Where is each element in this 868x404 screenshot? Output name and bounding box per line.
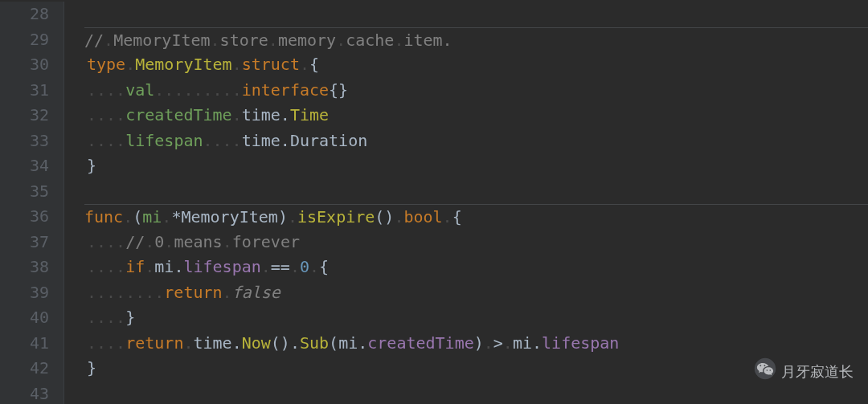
- token-punc: {: [309, 55, 319, 74]
- line-number: 41: [0, 331, 49, 357]
- token-punc: >: [493, 333, 503, 353]
- code-area[interactable]: //.MemoryItem.store.memory.cache.item.ty…: [64, 2, 868, 404]
- token-punc: ==: [271, 257, 290, 276]
- token-ws: ....: [87, 80, 125, 100]
- token-ws: .: [300, 55, 309, 74]
- token-punc: {: [319, 257, 329, 276]
- token-punc: (): [271, 333, 290, 353]
- code-line[interactable]: [87, 2, 868, 27]
- line-number: 43: [0, 382, 49, 405]
- code-line[interactable]: }: [87, 153, 868, 179]
- token-boolv: false: [232, 283, 280, 302]
- line-number: 35: [0, 179, 49, 205]
- token-ws: ....: [87, 232, 125, 251]
- token-funcname: Sub: [300, 333, 329, 353]
- token-method: createdTime: [367, 333, 473, 353]
- token-funcname: isExpire: [297, 207, 375, 226]
- code-line[interactable]: ....if.mi.lifespan.==.0.{: [87, 255, 868, 280]
- code-line[interactable]: [87, 382, 868, 405]
- token-pkg: time: [193, 333, 231, 353]
- token-star: *: [171, 207, 181, 226]
- token-punc: (: [329, 333, 338, 353]
- code-editor[interactable]: 28293031323334353637383940414243 //.Memo…: [0, 0, 868, 404]
- token-pkg: mi: [154, 257, 174, 276]
- token-ws: ....: [87, 333, 125, 353]
- token-punc: ): [474, 333, 484, 353]
- code-line[interactable]: //.MemoryItem.store.memory.cache.item.: [84, 27, 868, 53]
- token-ws: .: [484, 333, 493, 353]
- token-punc: .: [358, 333, 367, 353]
- token-typename: MemoryItem: [135, 55, 231, 74]
- code-line[interactable]: func.(mi.*MemoryItem).isExpire().bool.{: [84, 204, 868, 230]
- token-field: val: [125, 80, 154, 100]
- token-ws: .: [223, 232, 232, 251]
- line-number: 28: [0, 2, 49, 27]
- token-comment: cache: [346, 31, 394, 50]
- token-ws: .........: [154, 80, 241, 100]
- token-ws: ........: [87, 283, 164, 302]
- token-pkg: Duration: [290, 131, 367, 150]
- code-line[interactable]: ....return.time.Now().Sub(mi.createdTime…: [87, 331, 868, 357]
- token-punc: (): [375, 207, 394, 226]
- token-ws: .: [211, 31, 220, 50]
- token-comment: item.: [403, 31, 452, 50]
- token-pkg: mi: [513, 333, 532, 353]
- token-field: createdTime: [125, 105, 231, 124]
- token-ws: ....: [87, 105, 125, 124]
- token-pkg: MemoryItem: [181, 207, 277, 226]
- token-field: mi: [142, 207, 162, 226]
- token-ws: .: [162, 207, 171, 226]
- token-punc: {: [452, 207, 462, 226]
- token-kw2: bool: [403, 207, 442, 226]
- line-number-gutter: 28293031323334353637383940414243: [0, 2, 64, 404]
- token-ws: .: [443, 207, 452, 226]
- code-line[interactable]: }: [87, 356, 868, 382]
- line-number: 30: [0, 52, 49, 78]
- code-line[interactable]: ....val.........interface{}: [87, 78, 868, 104]
- token-ws: .: [336, 31, 346, 50]
- code-line[interactable]: [87, 179, 868, 205]
- token-punc: .: [532, 333, 542, 353]
- token-kw: return: [164, 283, 222, 302]
- token-ws: .: [268, 31, 278, 50]
- code-line[interactable]: ....lifespan....time.Duration: [87, 129, 868, 154]
- token-punc: }: [87, 156, 96, 175]
- token-pkg: time: [242, 131, 280, 150]
- token-kw: interface: [242, 80, 329, 100]
- token-ws: .: [123, 207, 133, 226]
- token-ws: ....: [87, 257, 125, 276]
- token-ws: ....: [203, 131, 242, 150]
- token-ws: .: [145, 232, 154, 251]
- token-kw: struct: [242, 55, 300, 74]
- token-comment: //: [125, 232, 145, 251]
- token-comment: 0: [154, 232, 164, 251]
- token-punc: }: [87, 358, 96, 377]
- token-ws: .: [394, 31, 403, 50]
- token-punc: .: [174, 257, 183, 276]
- token-ws: .: [394, 207, 403, 226]
- line-number: 39: [0, 280, 49, 306]
- token-punc: {}: [329, 80, 348, 100]
- code-line[interactable]: ....}: [87, 305, 868, 331]
- token-typ: Time: [290, 105, 329, 124]
- code-line[interactable]: ........return.false: [87, 280, 868, 306]
- token-method: lifespan: [542, 333, 619, 353]
- token-punc: }: [125, 308, 135, 327]
- line-number: 34: [0, 153, 49, 179]
- token-pkg: mi: [338, 333, 358, 353]
- code-line[interactable]: type.MemoryItem.struct.{: [87, 52, 868, 78]
- token-funcname: Now: [242, 333, 271, 353]
- code-line[interactable]: ....//.0.means.forever: [87, 230, 868, 255]
- token-comment: means: [174, 232, 222, 251]
- token-comment: store: [220, 31, 268, 50]
- token-ws: .: [232, 55, 242, 74]
- code-line[interactable]: ....createdTime.time.Time: [87, 103, 868, 129]
- line-number: 42: [0, 356, 49, 382]
- line-number: 33: [0, 129, 49, 154]
- token-num: 0: [300, 257, 309, 276]
- token-ws: .: [125, 55, 135, 74]
- token-ws: .: [145, 257, 154, 276]
- token-ws: ....: [87, 308, 125, 327]
- token-ws: .: [164, 232, 174, 251]
- line-number: 40: [0, 305, 49, 331]
